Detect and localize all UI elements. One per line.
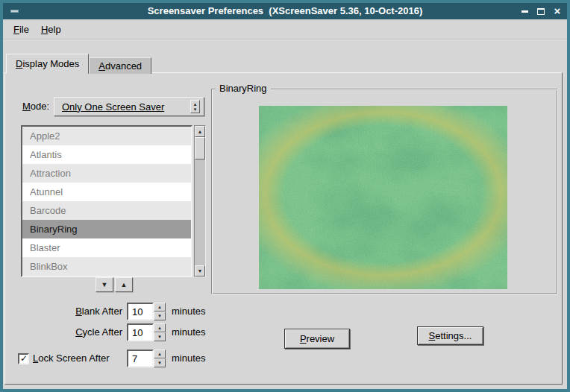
blank-after-input[interactable]	[127, 303, 154, 320]
scroll-up-button[interactable]: ▴	[195, 126, 205, 137]
dropdown-down-arrow-icon: ▾	[194, 107, 197, 112]
close-button[interactable]: ×	[551, 5, 563, 17]
tab-display-modes[interactable]: Display Modes	[6, 54, 89, 74]
scroll-down-button[interactable]: ▾	[195, 265, 205, 276]
saver-list-item[interactable]: Apple2	[22, 127, 191, 145]
lock-after-input[interactable]	[127, 350, 154, 367]
blank-after-label: Blank After	[18, 304, 122, 319]
lock-after-unit: minutes	[172, 351, 206, 366]
dropdown-up-arrow-icon: ▴	[194, 101, 197, 107]
saver-list-item[interactable]: Attraction	[22, 164, 191, 183]
list-scrollbar[interactable]: ▴ ▾	[194, 125, 206, 277]
screensaver-list: Apple2 Atlantis Attraction Atunnel Barco…	[21, 125, 192, 277]
saver-list-item[interactable]: BinaryRing	[22, 220, 191, 238]
lock-after-spinbox: ▴ ▾	[127, 350, 166, 367]
minimize-button[interactable]	[519, 5, 530, 17]
move-up-button[interactable]: ▲	[115, 277, 133, 292]
blank-after-decrement[interactable]: ▾	[154, 312, 166, 320]
scrollbar-thumb[interactable]	[195, 137, 205, 159]
xscreensaver-preferences-window: Screensaver Preferences (XScreenSaver 5.…	[0, 0, 570, 392]
cycle-after-spinbox: ▴ ▾	[127, 323, 166, 341]
saver-list-item[interactable]: Barcode	[22, 201, 191, 220]
close-icon: ×	[554, 5, 561, 17]
lock-after-label: Lock Screen After	[33, 351, 110, 366]
checkmark-icon: ✓	[20, 355, 28, 363]
blank-after-unit: minutes	[172, 304, 206, 319]
cycle-after-steppers: ▴ ▾	[154, 323, 166, 341]
menubar: File Help	[3, 19, 567, 39]
mode-dropdown-value: Only One Screen Saver	[62, 101, 164, 113]
cycle-after-decrement[interactable]: ▾	[154, 332, 166, 341]
tab-advanced[interactable]: Advanced	[89, 57, 151, 74]
blank-after-spinbox: ▴ ▾	[127, 303, 166, 320]
saver-list-item[interactable]: Atunnel	[22, 183, 191, 201]
lock-after-steppers: ▴ ▾	[154, 350, 166, 367]
cycle-after-increment[interactable]: ▴	[154, 323, 166, 332]
mode-label: Mode:	[22, 99, 49, 114]
minimize-icon	[522, 10, 528, 13]
lock-after-decrement[interactable]: ▾	[154, 358, 166, 367]
window-title: Screensaver Preferences (XScreenSaver 5.…	[3, 3, 567, 19]
preview-frame-label: BinaryRing	[216, 83, 271, 95]
menu-help[interactable]: Help	[35, 22, 67, 37]
preview-button[interactable]: Preview	[284, 329, 350, 349]
settings-button[interactable]: Settings...	[417, 326, 483, 345]
window-controls: ×	[519, 3, 563, 19]
mode-dropdown[interactable]: Only One Screen Saver ▴ ▾	[54, 97, 204, 116]
preview-ring-overlay	[259, 106, 507, 289]
menu-file[interactable]: File	[7, 22, 35, 37]
saver-list-item[interactable]: BlinkBox	[22, 257, 191, 276]
notebook-tabs: Display Modes Advanced	[6, 54, 151, 74]
cycle-after-input[interactable]	[127, 323, 154, 341]
maximize-button[interactable]	[535, 5, 547, 17]
titlebar[interactable]: Screensaver Preferences (XScreenSaver 5.…	[3, 3, 567, 19]
lock-checkbox[interactable]: ✓	[18, 353, 29, 364]
dropdown-indicator-icon: ▴ ▾	[190, 100, 200, 113]
maximize-icon	[537, 8, 545, 15]
lock-after-increment[interactable]: ▴	[154, 350, 166, 358]
move-down-button[interactable]: ▼	[95, 277, 113, 292]
cycle-after-unit: minutes	[172, 325, 206, 340]
saver-list-item[interactable]: Blaster	[22, 238, 191, 257]
saver-list-item[interactable]: Atlantis	[22, 145, 191, 164]
cycle-after-label: Cycle After	[18, 325, 122, 340]
blank-after-increment[interactable]: ▴	[154, 303, 166, 312]
screensaver-preview-image	[259, 106, 507, 289]
blank-after-steppers: ▴ ▾	[154, 303, 166, 320]
